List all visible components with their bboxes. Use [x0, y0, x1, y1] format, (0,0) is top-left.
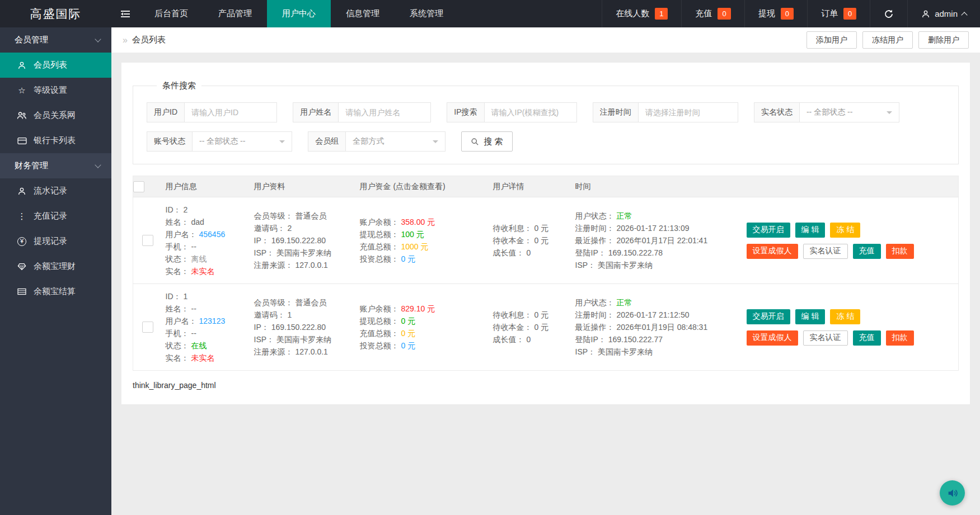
account-status-label: 账号状态 [147, 131, 193, 152]
sidebar-item-bank-cards[interactable]: 银行卡列表 [0, 128, 111, 153]
deduct-button[interactable]: 扣款 [886, 244, 914, 259]
pending-principal-value: 0 元 [534, 236, 549, 245]
member-group-field-group: 会员组 全部方式 [308, 131, 446, 152]
user-status-badge: 正常 [617, 298, 632, 307]
login-ip-value: 169.150.222.77 [608, 335, 663, 344]
stat-withdraw[interactable]: 提现 0 [744, 0, 807, 27]
stat-online-users[interactable]: 在线人数 1 [602, 0, 681, 27]
user-details-cell: 待收利息：0 元 待收本金：0 元 成长值：0 [493, 284, 575, 371]
add-user-button[interactable]: 添加用户 [806, 31, 857, 49]
sidebar-item-label: 流水记录 [34, 186, 67, 196]
edit-button[interactable]: 编 辑 [795, 223, 826, 238]
freeze-button[interactable]: 冻 结 [830, 309, 860, 324]
col-header-user-details: 用户详情 [493, 176, 575, 197]
realname-status-value: -- 全部状态 -- [806, 107, 852, 117]
ip-search-input[interactable] [485, 102, 577, 122]
reg-time-input[interactable] [639, 102, 738, 122]
member-group-select[interactable]: 全部方式 [346, 131, 446, 152]
nav-item-info[interactable]: 信息管理 [331, 0, 395, 27]
row-checkbox[interactable] [142, 322, 153, 333]
user-profile-cell: 会员等级：普通会员 邀请码：2 IP：169.150.222.80 ISP：美国… [254, 197, 360, 284]
users-table: 用户信息 用户资料 用户资金 (点击金额查看) 用户详情 时间 ID：2 姓名：… [133, 176, 959, 371]
user-name-input[interactable] [339, 102, 431, 122]
nav-item-products[interactable]: 产品管理 [203, 0, 267, 27]
col-header-time: 时间 [575, 176, 747, 197]
sidebar-item-level-settings[interactable]: ☆ 等级设置 [0, 78, 111, 103]
person-icon [921, 10, 930, 18]
edit-button[interactable]: 编 辑 [795, 309, 826, 324]
sidebar-item-recharge-records[interactable]: ⋮ 充值记录 [0, 204, 111, 229]
nav-item-dashboard[interactable]: 后台首页 [139, 0, 203, 27]
caret-down-icon [433, 140, 438, 146]
reg-source-value: 127.0.0.1 [296, 261, 328, 270]
delete-user-button[interactable]: 删除用户 [918, 31, 969, 49]
nav-item-user-center[interactable]: 用户中心 [267, 0, 331, 27]
sidebar-group-finance-management[interactable]: 财务管理 [0, 153, 111, 178]
breadcrumb: 会员列表 [132, 35, 166, 45]
user-info-cell: ID：2 姓名：dad 用户名：456456 手机：-- 状态：离线 实名：未实… [166, 197, 254, 284]
sidebar-item-flow-records[interactable]: 流水记录 [0, 178, 111, 204]
set-fake-user-button[interactable]: 设置成假人 [747, 330, 798, 346]
actions-cell: 交易开启 编 辑 冻 结 设置成假人 实名认证 充值 扣款 [747, 284, 959, 371]
freeze-button[interactable]: 冻 结 [830, 223, 860, 238]
user-menu[interactable]: admin [907, 0, 980, 27]
realname-verify-button[interactable]: 实名认证 [803, 330, 848, 346]
balance-amount[interactable]: 829.10 元 [401, 304, 435, 313]
recharge-button[interactable]: 充值 [853, 244, 881, 259]
recharge-button[interactable]: 充值 [853, 330, 881, 346]
col-header-user-funds: 用户资金 (点击金额查看) [360, 176, 493, 197]
template-footer-note: think_library_page_html [133, 381, 959, 390]
stat-label: 订单 [821, 8, 838, 19]
deduct-button[interactable]: 扣款 [886, 330, 914, 346]
withdraw-total-amount[interactable]: 0 元 [401, 316, 416, 325]
chevron-up-icon [961, 12, 967, 18]
sidebar-item-member-network[interactable]: 会员关系网 [0, 103, 111, 128]
username-link[interactable]: 123123 [199, 316, 226, 325]
withdraw-total-amount[interactable]: 100 元 [401, 230, 424, 239]
reg-time-value: 2026-01-17 21:12:50 [617, 310, 690, 319]
users-icon [16, 111, 28, 120]
invest-total-amount[interactable]: 0 元 [401, 341, 416, 350]
search-button-label: 搜 索 [484, 136, 503, 147]
chevron-down-icon [95, 162, 101, 168]
recharge-total-amount[interactable]: 1000 元 [401, 242, 429, 251]
row-checkbox[interactable] [142, 235, 153, 246]
trade-toggle-button[interactable]: 交易开启 [747, 309, 790, 324]
hamburger-menu-icon [120, 10, 130, 18]
refresh-button[interactable] [870, 0, 907, 27]
stat-orders[interactable]: 订单 0 [807, 0, 870, 27]
recharge-total-amount[interactable]: 0 元 [401, 329, 416, 338]
dots-vertical-icon: ⋮ [16, 211, 28, 221]
audio-assistant-button[interactable] [940, 480, 965, 505]
realname-verify-button[interactable]: 实名认证 [803, 244, 848, 259]
sidebar-item-label: 会员列表 [34, 60, 67, 70]
account-status-select[interactable]: -- 全部状态 -- [193, 131, 292, 152]
stat-badge: 0 [718, 8, 730, 20]
balance-amount[interactable]: 358.00 元 [401, 218, 435, 226]
invite-code-value: 2 [288, 224, 292, 233]
phone-value: -- [191, 329, 196, 338]
member-group-value: 全部方式 [353, 136, 384, 147]
gem-icon [16, 263, 28, 271]
nav-item-system[interactable]: 系统管理 [395, 0, 458, 27]
set-fake-user-button[interactable]: 设置成假人 [747, 244, 798, 259]
sidebar-item-label: 提现记录 [34, 236, 67, 247]
realname-status-select[interactable]: -- 全部状态 -- [800, 102, 899, 122]
sidebar-item-withdraw-records[interactable]: ¥ 提现记录 [0, 229, 111, 254]
sidebar-item-yuebao-invest[interactable]: 余额宝理财 [0, 254, 111, 279]
stat-recharge[interactable]: 充值 0 [681, 0, 744, 27]
online-status: 离线 [191, 254, 207, 263]
select-all-checkbox[interactable] [133, 181, 144, 192]
sidebar-item-label: 会员关系网 [34, 110, 76, 121]
username-link[interactable]: 456456 [199, 230, 226, 239]
user-id-input[interactable] [185, 102, 277, 122]
sidebar-group-member-management[interactable]: 会员管理 [0, 27, 111, 53]
sidebar-item-yuebao-settlement[interactable]: 余额宝结算 [0, 279, 111, 304]
invest-total-amount[interactable]: 0 元 [401, 254, 416, 263]
trade-toggle-button[interactable]: 交易开启 [747, 223, 790, 238]
menu-toggle-button[interactable] [111, 0, 139, 27]
table-header-row: 用户信息 用户资料 用户资金 (点击金额查看) 用户详情 时间 [133, 176, 959, 197]
sidebar-item-member-list[interactable]: 会员列表 [0, 53, 111, 78]
search-button[interactable]: 搜 索 [461, 131, 512, 152]
freeze-user-button[interactable]: 冻结用户 [862, 31, 913, 49]
